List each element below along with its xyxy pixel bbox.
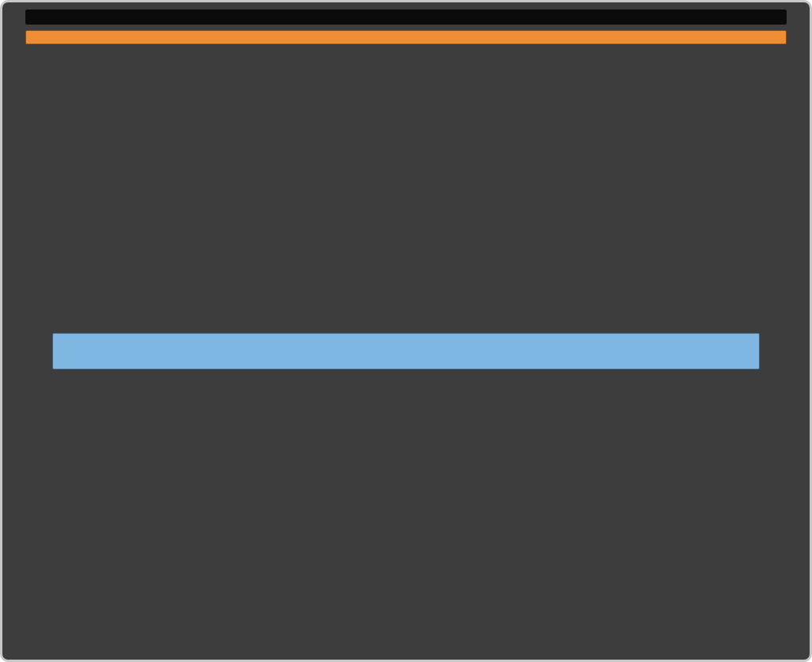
- gigathread-engine-bar: [25, 30, 787, 44]
- gpc-row-top: [51, 49, 761, 315]
- memory-controller-column-left: [25, 49, 46, 652]
- crossbar-row-bottom: [52, 373, 760, 384]
- pci-host-interface-bar: [25, 10, 787, 25]
- gpu-die-diagram: [0, 0, 812, 662]
- die-main-area: [25, 49, 787, 652]
- gpc-grid: [51, 49, 761, 652]
- crossbar-row-top: [52, 319, 760, 329]
- memory-controller-column-right: [766, 49, 787, 652]
- gpc-row-bottom: [51, 388, 761, 653]
- l2-cache-bar: [52, 333, 760, 369]
